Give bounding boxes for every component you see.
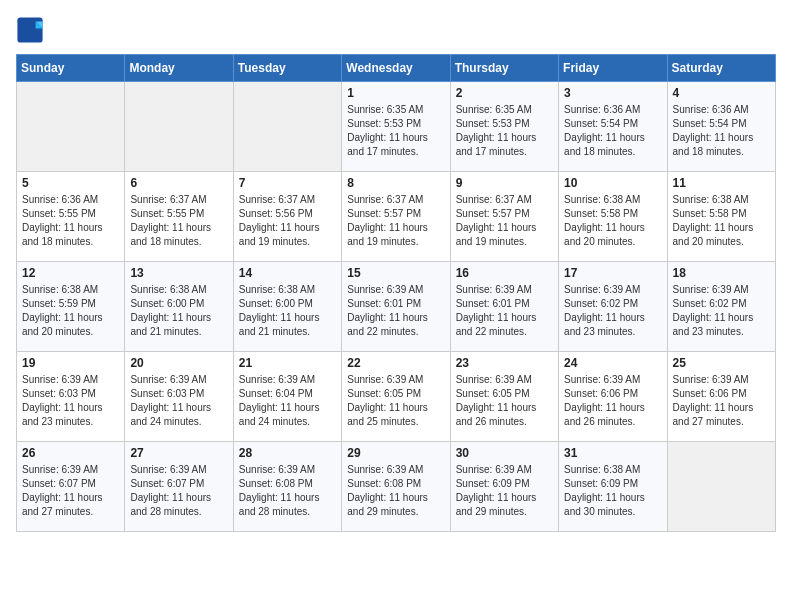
logo-icon bbox=[16, 16, 44, 44]
calendar-cell: 27Sunrise: 6:39 AMSunset: 6:07 PMDayligh… bbox=[125, 442, 233, 532]
calendar-cell: 15Sunrise: 6:39 AMSunset: 6:01 PMDayligh… bbox=[342, 262, 450, 352]
col-header-sunday: Sunday bbox=[17, 55, 125, 82]
day-info: Sunrise: 6:37 AMSunset: 5:57 PMDaylight:… bbox=[456, 193, 553, 249]
calendar-cell: 14Sunrise: 6:38 AMSunset: 6:00 PMDayligh… bbox=[233, 262, 341, 352]
day-number: 30 bbox=[456, 446, 553, 460]
day-number: 21 bbox=[239, 356, 336, 370]
day-info: Sunrise: 6:39 AMSunset: 6:01 PMDaylight:… bbox=[347, 283, 444, 339]
calendar-week-4: 19Sunrise: 6:39 AMSunset: 6:03 PMDayligh… bbox=[17, 352, 776, 442]
day-number: 22 bbox=[347, 356, 444, 370]
calendar-cell: 5Sunrise: 6:36 AMSunset: 5:55 PMDaylight… bbox=[17, 172, 125, 262]
calendar-cell: 22Sunrise: 6:39 AMSunset: 6:05 PMDayligh… bbox=[342, 352, 450, 442]
day-number: 5 bbox=[22, 176, 119, 190]
day-number: 31 bbox=[564, 446, 661, 460]
day-number: 19 bbox=[22, 356, 119, 370]
calendar-cell: 17Sunrise: 6:39 AMSunset: 6:02 PMDayligh… bbox=[559, 262, 667, 352]
day-info: Sunrise: 6:39 AMSunset: 6:08 PMDaylight:… bbox=[239, 463, 336, 519]
day-number: 29 bbox=[347, 446, 444, 460]
day-info: Sunrise: 6:38 AMSunset: 6:00 PMDaylight:… bbox=[239, 283, 336, 339]
day-info: Sunrise: 6:39 AMSunset: 6:05 PMDaylight:… bbox=[347, 373, 444, 429]
day-number: 9 bbox=[456, 176, 553, 190]
calendar-cell: 10Sunrise: 6:38 AMSunset: 5:58 PMDayligh… bbox=[559, 172, 667, 262]
calendar-cell: 29Sunrise: 6:39 AMSunset: 6:08 PMDayligh… bbox=[342, 442, 450, 532]
calendar-cell: 31Sunrise: 6:38 AMSunset: 6:09 PMDayligh… bbox=[559, 442, 667, 532]
day-info: Sunrise: 6:36 AMSunset: 5:55 PMDaylight:… bbox=[22, 193, 119, 249]
day-info: Sunrise: 6:39 AMSunset: 6:07 PMDaylight:… bbox=[130, 463, 227, 519]
day-number: 14 bbox=[239, 266, 336, 280]
day-info: Sunrise: 6:39 AMSunset: 6:03 PMDaylight:… bbox=[22, 373, 119, 429]
day-number: 15 bbox=[347, 266, 444, 280]
calendar-cell bbox=[125, 82, 233, 172]
calendar-cell: 7Sunrise: 6:37 AMSunset: 5:56 PMDaylight… bbox=[233, 172, 341, 262]
day-info: Sunrise: 6:39 AMSunset: 6:02 PMDaylight:… bbox=[673, 283, 770, 339]
col-header-friday: Friday bbox=[559, 55, 667, 82]
calendar-cell: 21Sunrise: 6:39 AMSunset: 6:04 PMDayligh… bbox=[233, 352, 341, 442]
day-info: Sunrise: 6:38 AMSunset: 5:58 PMDaylight:… bbox=[564, 193, 661, 249]
calendar-cell: 3Sunrise: 6:36 AMSunset: 5:54 PMDaylight… bbox=[559, 82, 667, 172]
day-number: 17 bbox=[564, 266, 661, 280]
calendar-cell: 28Sunrise: 6:39 AMSunset: 6:08 PMDayligh… bbox=[233, 442, 341, 532]
day-number: 10 bbox=[564, 176, 661, 190]
logo bbox=[16, 16, 48, 44]
calendar-week-2: 5Sunrise: 6:36 AMSunset: 5:55 PMDaylight… bbox=[17, 172, 776, 262]
calendar-cell: 11Sunrise: 6:38 AMSunset: 5:58 PMDayligh… bbox=[667, 172, 775, 262]
day-number: 18 bbox=[673, 266, 770, 280]
calendar-cell: 20Sunrise: 6:39 AMSunset: 6:03 PMDayligh… bbox=[125, 352, 233, 442]
calendar-cell bbox=[17, 82, 125, 172]
calendar-cell: 16Sunrise: 6:39 AMSunset: 6:01 PMDayligh… bbox=[450, 262, 558, 352]
day-info: Sunrise: 6:38 AMSunset: 5:58 PMDaylight:… bbox=[673, 193, 770, 249]
day-info: Sunrise: 6:38 AMSunset: 6:00 PMDaylight:… bbox=[130, 283, 227, 339]
day-number: 2 bbox=[456, 86, 553, 100]
day-info: Sunrise: 6:39 AMSunset: 6:04 PMDaylight:… bbox=[239, 373, 336, 429]
calendar-cell: 30Sunrise: 6:39 AMSunset: 6:09 PMDayligh… bbox=[450, 442, 558, 532]
day-info: Sunrise: 6:39 AMSunset: 6:09 PMDaylight:… bbox=[456, 463, 553, 519]
day-info: Sunrise: 6:39 AMSunset: 6:06 PMDaylight:… bbox=[564, 373, 661, 429]
day-info: Sunrise: 6:39 AMSunset: 6:05 PMDaylight:… bbox=[456, 373, 553, 429]
calendar-cell: 12Sunrise: 6:38 AMSunset: 5:59 PMDayligh… bbox=[17, 262, 125, 352]
day-number: 8 bbox=[347, 176, 444, 190]
day-number: 13 bbox=[130, 266, 227, 280]
calendar-cell bbox=[233, 82, 341, 172]
day-info: Sunrise: 6:35 AMSunset: 5:53 PMDaylight:… bbox=[456, 103, 553, 159]
day-number: 26 bbox=[22, 446, 119, 460]
calendar-cell: 6Sunrise: 6:37 AMSunset: 5:55 PMDaylight… bbox=[125, 172, 233, 262]
day-info: Sunrise: 6:39 AMSunset: 6:01 PMDaylight:… bbox=[456, 283, 553, 339]
day-info: Sunrise: 6:39 AMSunset: 6:02 PMDaylight:… bbox=[564, 283, 661, 339]
svg-rect-0 bbox=[17, 17, 42, 42]
day-info: Sunrise: 6:37 AMSunset: 5:57 PMDaylight:… bbox=[347, 193, 444, 249]
day-number: 25 bbox=[673, 356, 770, 370]
day-number: 28 bbox=[239, 446, 336, 460]
day-number: 16 bbox=[456, 266, 553, 280]
col-header-thursday: Thursday bbox=[450, 55, 558, 82]
calendar-cell: 8Sunrise: 6:37 AMSunset: 5:57 PMDaylight… bbox=[342, 172, 450, 262]
calendar-cell: 26Sunrise: 6:39 AMSunset: 6:07 PMDayligh… bbox=[17, 442, 125, 532]
day-info: Sunrise: 6:39 AMSunset: 6:03 PMDaylight:… bbox=[130, 373, 227, 429]
calendar-cell: 4Sunrise: 6:36 AMSunset: 5:54 PMDaylight… bbox=[667, 82, 775, 172]
day-info: Sunrise: 6:39 AMSunset: 6:08 PMDaylight:… bbox=[347, 463, 444, 519]
day-number: 12 bbox=[22, 266, 119, 280]
calendar-body: 1Sunrise: 6:35 AMSunset: 5:53 PMDaylight… bbox=[17, 82, 776, 532]
day-info: Sunrise: 6:36 AMSunset: 5:54 PMDaylight:… bbox=[673, 103, 770, 159]
calendar-cell: 1Sunrise: 6:35 AMSunset: 5:53 PMDaylight… bbox=[342, 82, 450, 172]
page-header bbox=[16, 16, 776, 44]
day-number: 3 bbox=[564, 86, 661, 100]
calendar-header-row: SundayMondayTuesdayWednesdayThursdayFrid… bbox=[17, 55, 776, 82]
col-header-tuesday: Tuesday bbox=[233, 55, 341, 82]
calendar-cell: 13Sunrise: 6:38 AMSunset: 6:00 PMDayligh… bbox=[125, 262, 233, 352]
calendar-week-5: 26Sunrise: 6:39 AMSunset: 6:07 PMDayligh… bbox=[17, 442, 776, 532]
day-number: 24 bbox=[564, 356, 661, 370]
calendar-table: SundayMondayTuesdayWednesdayThursdayFrid… bbox=[16, 54, 776, 532]
calendar-cell: 23Sunrise: 6:39 AMSunset: 6:05 PMDayligh… bbox=[450, 352, 558, 442]
col-header-wednesday: Wednesday bbox=[342, 55, 450, 82]
day-info: Sunrise: 6:39 AMSunset: 6:07 PMDaylight:… bbox=[22, 463, 119, 519]
day-number: 4 bbox=[673, 86, 770, 100]
day-info: Sunrise: 6:38 AMSunset: 5:59 PMDaylight:… bbox=[22, 283, 119, 339]
day-number: 7 bbox=[239, 176, 336, 190]
day-number: 11 bbox=[673, 176, 770, 190]
day-info: Sunrise: 6:37 AMSunset: 5:56 PMDaylight:… bbox=[239, 193, 336, 249]
col-header-monday: Monday bbox=[125, 55, 233, 82]
day-info: Sunrise: 6:35 AMSunset: 5:53 PMDaylight:… bbox=[347, 103, 444, 159]
col-header-saturday: Saturday bbox=[667, 55, 775, 82]
day-number: 27 bbox=[130, 446, 227, 460]
calendar-week-1: 1Sunrise: 6:35 AMSunset: 5:53 PMDaylight… bbox=[17, 82, 776, 172]
